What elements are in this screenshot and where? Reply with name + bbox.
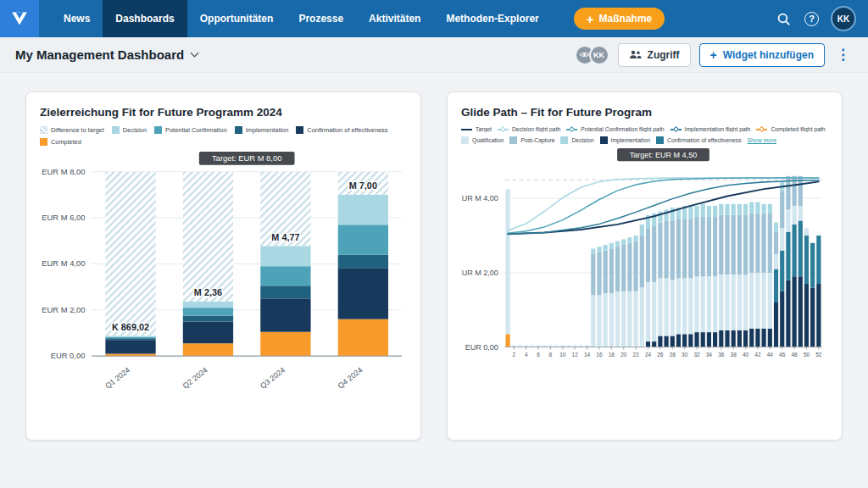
svg-text:22: 22 — [633, 352, 640, 358]
legend-item: Qualification — [461, 136, 504, 144]
legend-item: Difference to target — [40, 126, 104, 134]
card-title: Glide Path – Fit for Future Program — [461, 106, 828, 119]
nav-item-dashboards[interactable]: Dashboards — [103, 0, 186, 37]
legend-item: Implementation — [600, 136, 650, 144]
plus-icon: + — [587, 13, 594, 25]
search-button[interactable] — [776, 12, 791, 26]
nav-item-news[interactable]: News — [51, 0, 103, 37]
svg-text:6: 6 — [537, 352, 540, 358]
svg-text:Q3 2024: Q3 2024 — [259, 366, 287, 391]
legend-item: Decision flight path — [498, 126, 560, 132]
legend-label: Difference to target — [51, 126, 104, 134]
nav-item-prozesse[interactable]: Prozesse — [286, 0, 356, 37]
legend-item: Target — [461, 126, 492, 132]
add-widget-label: Widget hinzufügen — [723, 49, 814, 61]
legend-item: Potential Confirmation flight path — [566, 126, 664, 132]
svg-text:30: 30 — [682, 352, 688, 358]
add-widget-button[interactable]: + Widget hinzufügen — [699, 43, 825, 67]
svg-text:26: 26 — [657, 352, 664, 358]
add-measure-label: Maßnahme — [599, 13, 653, 25]
svg-text:EUR M 6,00: EUR M 6,00 — [42, 213, 85, 222]
svg-text:16: 16 — [596, 352, 603, 358]
shared-avatars: KK — [575, 45, 609, 65]
legend-swatch — [756, 129, 767, 130]
app-logo[interactable] — [0, 0, 39, 37]
svg-text:18: 18 — [609, 352, 615, 358]
svg-text:40: 40 — [743, 352, 749, 358]
svg-text:20: 20 — [620, 352, 627, 358]
svg-text:Target: EUR M 4,50: Target: EUR M 4,50 — [630, 151, 697, 159]
svg-text:EUR M 8,00: EUR M 8,00 — [42, 167, 85, 176]
glide-chart-svg: EUR M 4,00EUR M 2,00EUR 0,00246810121416… — [461, 148, 830, 401]
legend-swatch — [600, 136, 608, 144]
plus-icon: + — [710, 49, 717, 61]
legend-swatch — [296, 126, 303, 134]
svg-text:M 7,00: M 7,00 — [349, 180, 377, 191]
legend-item: Decision — [560, 136, 593, 144]
owner-avatar[interactable]: KK — [589, 45, 609, 65]
svg-text:Target: EUR M 8,00: Target: EUR M 8,00 — [212, 153, 281, 163]
help-button[interactable]: ? — [804, 12, 819, 26]
legend-swatch — [560, 136, 568, 144]
svg-text:24: 24 — [645, 352, 652, 358]
add-measure-button[interactable]: + Maßnahme — [574, 8, 665, 30]
svg-text:34: 34 — [706, 352, 713, 358]
legend-item: Post-Capture — [509, 136, 554, 144]
show-more-link[interactable]: Show more — [748, 137, 776, 143]
legend-item: Confirmation of effectiveness — [296, 126, 387, 134]
legend-swatch — [112, 126, 120, 134]
legend-swatch — [40, 138, 47, 146]
svg-text:48: 48 — [792, 352, 798, 358]
svg-text:M 4,77: M 4,77 — [271, 232, 299, 242]
legend-item: Implementation flight path — [670, 126, 751, 132]
legend-swatch — [461, 129, 472, 130]
kebab-menu-button[interactable]: ⋮ — [833, 46, 853, 64]
legend-row: TargetDecision flight pathPotential Conf… — [461, 126, 828, 132]
legend-label: Decision flight path — [512, 126, 560, 132]
legend-swatch — [498, 129, 509, 130]
legend-label: Confirmation of effectiveness — [667, 137, 742, 143]
svg-text:10: 10 — [559, 352, 566, 358]
page-title: My Management Dashboard — [15, 47, 184, 62]
legend-label: Completed — [51, 138, 81, 146]
user-avatar[interactable]: KK — [832, 8, 854, 30]
nav-item-opportunit-ten[interactable]: Opportunitäten — [187, 0, 287, 37]
access-button-label: Zugriff — [648, 49, 680, 61]
svg-text:4: 4 — [525, 352, 528, 358]
dashboard-toolbar: My Management Dashboard KK Zugriff + — [0, 37, 868, 73]
legend-label: Implementation — [611, 137, 650, 143]
access-button[interactable]: Zugriff — [618, 43, 691, 67]
help-icon: ? — [804, 12, 819, 26]
legend-swatch — [461, 136, 469, 144]
legend-label: Potential Confirmation — [165, 126, 227, 134]
svg-text:46: 46 — [779, 352, 786, 358]
svg-text:12: 12 — [572, 352, 579, 358]
glide-chart-legend: TargetDecision flight pathPotential Conf… — [461, 126, 828, 144]
svg-text:14: 14 — [584, 352, 591, 358]
svg-text:EUR M 2,00: EUR M 2,00 — [42, 305, 85, 314]
dashboard-title-dropdown[interactable]: My Management Dashboard — [15, 47, 198, 62]
legend-label: Post-Capture — [520, 137, 554, 143]
legend-label: Decision — [571, 137, 593, 143]
legend-label: Implementation — [246, 126, 289, 134]
svg-text:EUR M 2,00: EUR M 2,00 — [461, 269, 498, 277]
legend-item: Completed flight path — [756, 126, 825, 132]
goal-attainment-card: Zielerreichung Fit for Future Programm 2… — [25, 92, 421, 441]
legend-swatch — [670, 129, 682, 130]
svg-text:K 869,02: K 869,02 — [112, 322, 149, 332]
svg-text:EUR M 4,00: EUR M 4,00 — [42, 258, 85, 268]
legend-item: Potential Confirmation — [154, 126, 227, 134]
nav-item-methoden-explorer[interactable]: Methoden-Explorer — [433, 0, 551, 37]
legend-label: Qualification — [472, 137, 504, 143]
logo-icon — [5, 6, 34, 31]
svg-text:32: 32 — [693, 352, 700, 358]
legend-swatch — [235, 126, 242, 134]
nav-item-aktivit-ten[interactable]: Aktivitäten — [356, 0, 433, 37]
svg-text:28: 28 — [670, 352, 676, 358]
goal-chart-svg: EUR M 8,00EUR M 6,00EUR M 4,00EUR M 2,00… — [40, 150, 409, 411]
nav-right-group: ? KK — [776, 8, 868, 30]
svg-text:36: 36 — [718, 352, 725, 358]
legend-label: Completed flight path — [771, 126, 825, 132]
svg-text:M 2,36: M 2,36 — [194, 287, 222, 297]
legend-swatch — [40, 126, 47, 134]
